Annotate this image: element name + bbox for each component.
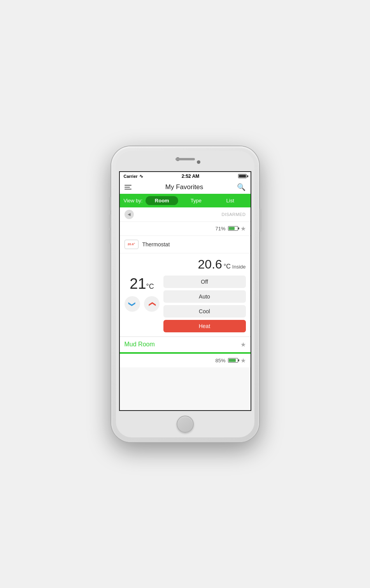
search-button[interactable]: 🔍 [237, 183, 245, 191]
menu-line-2 [125, 187, 130, 188]
view-option-type[interactable]: Type [180, 196, 212, 205]
security-status: DISARMED [221, 212, 245, 217]
view-option-room[interactable]: Room [146, 196, 178, 205]
mud-room-title: Mud Room [125, 341, 155, 348]
camera-dot [197, 160, 200, 164]
page-title: My Favorites [165, 183, 203, 191]
carrier-name: Carrier [124, 174, 138, 179]
thermostat-header: 20.6° Thermostat [120, 236, 251, 253]
inside-temp-value: 20.6 [198, 257, 222, 272]
thermostat-label: Thermostat [142, 241, 170, 247]
home-button[interactable] [177, 416, 194, 433]
favorite-star-1[interactable]: ★ [240, 225, 246, 232]
mode-buttons: Off Auto Cool Heat [163, 276, 246, 332]
temp-decrease-button[interactable]: ❯ [125, 296, 140, 312]
mud-room-battery-row: 85% ★ [120, 354, 251, 367]
carrier-info: Carrier ∿ [124, 174, 143, 179]
favorite-star-2[interactable]: ★ [240, 357, 246, 364]
set-temperature: 21 °C [130, 276, 154, 292]
inline-battery-fill-1 [229, 227, 235, 230]
inline-battery-2 [228, 358, 238, 363]
phone-body: Carrier ∿ 2:52 AM My Favorites [116, 151, 254, 437]
speaker [175, 158, 195, 160]
mud-room-header: Mud Room ★ [120, 337, 251, 352]
phone-frame: Carrier ∿ 2:52 AM My Favorites [111, 146, 259, 442]
phone-top-bar [116, 151, 254, 171]
content-area: ◀ DISARMED 71% ★ 20.6° T [120, 207, 251, 410]
mode-auto-button[interactable]: Auto [163, 290, 246, 303]
security-icon: ◀ [125, 210, 134, 219]
inside-label: Inside [232, 264, 246, 270]
battery-icon [238, 174, 247, 178]
menu-line-1 [125, 185, 132, 186]
device-battery-row-1: 71% ★ [120, 222, 251, 236]
home-button-area [177, 411, 194, 437]
thermostat-body: 20.6 °C Inside 21 °C [120, 253, 251, 337]
mode-off-button[interactable]: Off [163, 276, 246, 288]
inline-battery-1 [228, 226, 238, 231]
wifi-icon: ∿ [139, 174, 143, 179]
temp-increase-button[interactable]: ❯ [144, 296, 160, 312]
status-time: 2:52 AM [182, 174, 200, 179]
security-icon-glyph: ◀ [128, 212, 131, 216]
view-by-label: View by: [124, 198, 143, 204]
thermostat-controls: 21 °C ❯ ❯ [125, 276, 246, 332]
mode-heat-button[interactable]: Heat [163, 320, 246, 332]
menu-button[interactable] [125, 185, 132, 190]
temp-control-buttons: ❯ ❯ [125, 296, 160, 312]
battery-fill [239, 175, 246, 177]
chevron-down-icon: ❯ [129, 301, 136, 307]
status-bar: Carrier ∿ 2:52 AM [120, 172, 251, 181]
view-by-bar: View by: Room Type List [120, 194, 251, 207]
menu-line-3 [125, 189, 132, 190]
inside-temp-unit: °C [224, 263, 231, 270]
mode-cool-button[interactable]: Cool [163, 305, 246, 318]
battery-percent-1: 71% [215, 226, 225, 232]
security-row: ◀ DISARMED [120, 207, 251, 222]
temp-control-left: 21 °C ❯ ❯ [125, 276, 160, 332]
battery-status [238, 174, 247, 178]
inside-temp-row: 20.6 °C Inside [125, 257, 246, 272]
nav-bar: My Favorites 🔍 [120, 181, 251, 194]
thermostat-icon-text: 20.6° [128, 242, 135, 246]
view-option-list[interactable]: List [214, 196, 247, 205]
set-temp-unit: °C [146, 283, 154, 291]
set-temp-value: 21 [130, 276, 146, 292]
inline-battery-fill-2 [229, 359, 236, 362]
mud-room-star[interactable]: ★ [240, 341, 246, 348]
view-by-options: Room Type List [146, 196, 246, 205]
chevron-up-icon: ❯ [148, 301, 155, 307]
screen: Carrier ∿ 2:52 AM My Favorites [119, 171, 251, 411]
thermostat-icon: 20.6° [125, 240, 139, 249]
battery-percent-2: 85% [215, 358, 225, 363]
